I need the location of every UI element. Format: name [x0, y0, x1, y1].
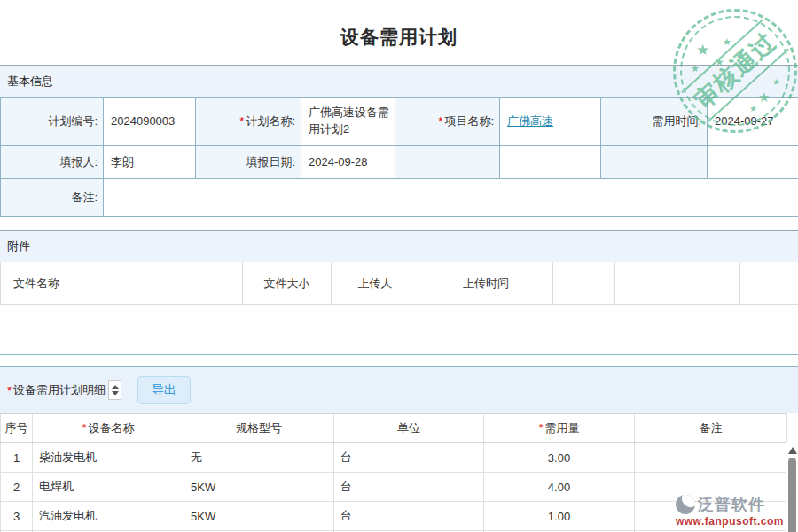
required-mark: *: [438, 114, 442, 128]
attachments-table: 文件名称 文件大小 上传人 上传时间: [0, 262, 798, 305]
page-title: 设备需用计划: [340, 25, 458, 50]
required-mark: *: [7, 384, 12, 397]
sort-down-icon: [112, 391, 119, 395]
cell-model: 5KW: [184, 502, 334, 531]
empty-value-cell: [500, 146, 601, 179]
cell-model: 5KW: [184, 473, 334, 502]
empty-value-cell: [708, 146, 798, 179]
cell-quantity: 4.00: [484, 473, 635, 502]
basic-info-table: 计划编号: 2024090003 *计划名称: 广佛高速设备需用计划2 *项目名…: [0, 97, 798, 217]
detail-table: 序号 *设备名称 规格型号 单位 *需用量 备注 1 柴油发电机 无 台 3.0…: [0, 413, 787, 532]
field-value-report-date: 2024-09-28: [301, 146, 395, 179]
detail-toolbar: * 设备需用计划明细 导出: [0, 367, 798, 413]
required-mark: *: [82, 421, 86, 434]
project-link[interactable]: 广佛高速: [507, 114, 553, 128]
cell-model: 无: [184, 443, 334, 473]
cell-index: 3: [1, 502, 33, 531]
fanpu-brand: 泛普软件 www.fanpusoft.com: [676, 494, 784, 528]
empty-label-cell: [601, 146, 708, 179]
title-area: 设备需用计划: [0, 0, 798, 65]
cell-index: 2: [1, 473, 33, 502]
brand-url: www.fanpusoft.com: [676, 515, 784, 528]
attach-col-empty: [553, 262, 615, 305]
cell-quantity: 1.00: [484, 502, 635, 531]
detail-col-quantity: *需用量: [484, 414, 635, 443]
field-label-need-time: 需用时间:: [601, 98, 708, 146]
detail-row: 1 柴油发电机 无 台 3.00: [1, 443, 787, 473]
cell-device-name: 汽油发电机: [33, 502, 184, 531]
vertical-scrollbar[interactable]: [786, 442, 798, 532]
attach-col-uploader: 上传人: [332, 262, 419, 305]
field-label-project-name: *项目名称:: [395, 98, 500, 146]
cell-device-name: 电焊机: [33, 473, 184, 502]
required-mark: *: [538, 421, 543, 434]
cell-quantity: 3.00: [484, 443, 635, 473]
fanpu-logo-icon: [676, 495, 695, 514]
empty-label-cell: [395, 146, 500, 179]
attach-col-filename: 文件名称: [1, 262, 243, 305]
field-value-need-time: 2024-09-27: [708, 98, 798, 146]
field-value-remark: [104, 179, 798, 217]
detail-row: 2 电焊机 5KW 台 4.00: [1, 473, 787, 502]
field-label-report-date: 填报日期:: [196, 146, 301, 179]
field-value-plan-no: 2024090003: [104, 98, 196, 146]
cell-device-name: 柴油发电机: [33, 443, 184, 473]
cell-unit: 台: [334, 473, 484, 502]
field-label-plan-name: *计划名称:: [196, 98, 301, 146]
attach-col-empty: [677, 262, 740, 305]
required-mark: *: [239, 114, 244, 128]
export-button[interactable]: 导出: [137, 376, 191, 404]
detail-col-model: 规格型号: [184, 414, 334, 443]
attach-col-uploadtime: 上传时间: [419, 262, 553, 305]
detail-header-row: 序号 *设备名称 规格型号 单位 *需用量 备注: [1, 414, 787, 443]
detail-panel-strip: [0, 354, 798, 367]
field-label-plan-no: 计划编号:: [1, 98, 104, 146]
scrollbar-thumb[interactable]: [788, 458, 796, 532]
scroll-up-arrow-icon[interactable]: [788, 447, 797, 454]
brand-name: 泛普软件: [698, 494, 765, 515]
cell-remark: [635, 443, 787, 473]
detail-col-index: 序号: [1, 414, 33, 443]
field-value-reporter: 李朗: [104, 146, 196, 179]
cell-index: 1: [1, 443, 33, 473]
attach-col-filesize: 文件大小: [243, 262, 332, 305]
sort-up-icon: [112, 385, 119, 389]
section-attachments: 附件: [0, 230, 798, 262]
detail-col-device-name: *设备名称: [33, 414, 184, 443]
field-value-project-name: 广佛高速: [500, 98, 601, 146]
field-value-plan-name: 广佛高速设备需用计划2: [301, 98, 395, 146]
sort-icon[interactable]: [108, 380, 121, 400]
attach-col-empty: [740, 262, 798, 305]
section-basic-info: 基本信息: [0, 65, 798, 97]
cell-unit: 台: [334, 443, 484, 473]
detail-col-unit: 单位: [334, 414, 484, 443]
detail-section-title: 设备需用计划明细: [13, 382, 106, 398]
field-label-remark: 备注:: [1, 179, 104, 217]
field-label-reporter: 填报人:: [1, 146, 104, 179]
detail-row: 3 汽油发电机 5KW 台 1.00: [1, 502, 787, 531]
cell-unit: 台: [334, 502, 484, 531]
detail-col-remark: 备注: [635, 414, 787, 443]
attach-col-empty: [615, 262, 677, 305]
